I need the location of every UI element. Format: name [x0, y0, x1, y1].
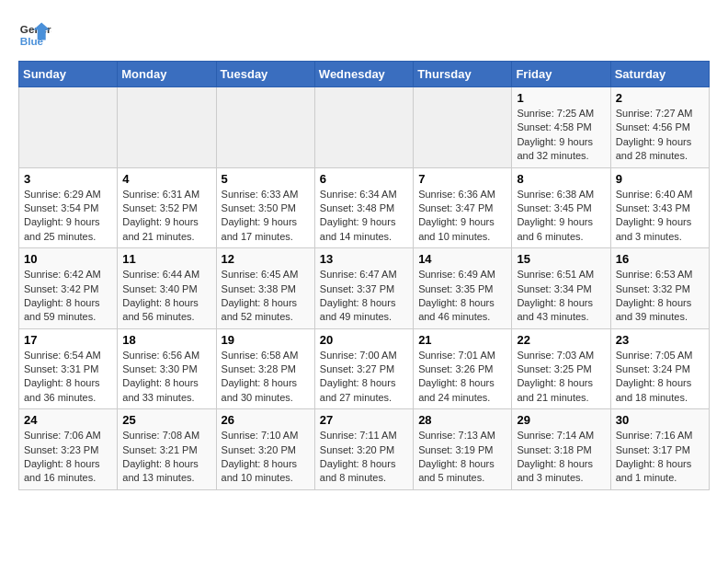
day-info: Sunrise: 6:54 AM Sunset: 3:31 PM Dayligh… [24, 349, 112, 406]
calendar-cell: 8Sunrise: 6:38 AM Sunset: 3:45 PM Daylig… [512, 167, 610, 248]
day-info: Sunrise: 7:01 AM Sunset: 3:26 PM Dayligh… [418, 349, 506, 406]
day-number: 30 [616, 413, 704, 427]
calendar-cell: 29Sunrise: 7:14 AM Sunset: 3:18 PM Dayli… [512, 409, 610, 490]
calendar-cell: 12Sunrise: 6:45 AM Sunset: 3:38 PM Dayli… [216, 248, 314, 329]
calendar-cell: 25Sunrise: 7:08 AM Sunset: 3:21 PM Dayli… [118, 409, 216, 490]
day-info: Sunrise: 6:42 AM Sunset: 3:42 PM Dayligh… [24, 268, 112, 325]
day-info: Sunrise: 7:14 AM Sunset: 3:18 PM Dayligh… [517, 429, 605, 486]
day-number: 3 [24, 172, 112, 186]
calendar-week-3: 10Sunrise: 6:42 AM Sunset: 3:42 PM Dayli… [19, 248, 710, 329]
calendar-cell: 9Sunrise: 6:40 AM Sunset: 3:43 PM Daylig… [610, 167, 709, 248]
day-info: Sunrise: 6:38 AM Sunset: 3:45 PM Dayligh… [517, 188, 605, 245]
day-info: Sunrise: 6:56 AM Sunset: 3:30 PM Dayligh… [122, 349, 210, 406]
day-header-tuesday: Tuesday [216, 62, 314, 87]
day-number: 13 [320, 252, 408, 266]
calendar-cell: 5Sunrise: 6:33 AM Sunset: 3:50 PM Daylig… [216, 167, 314, 248]
header: General Blue [18, 18, 710, 52]
calendar-cell: 7Sunrise: 6:36 AM Sunset: 3:47 PM Daylig… [414, 167, 512, 248]
calendar-cell: 24Sunrise: 7:06 AM Sunset: 3:23 PM Dayli… [19, 409, 118, 490]
day-number: 5 [222, 172, 310, 186]
day-number: 16 [616, 252, 704, 266]
day-info: Sunrise: 6:58 AM Sunset: 3:28 PM Dayligh… [222, 349, 310, 406]
day-number: 12 [222, 252, 310, 266]
day-number: 15 [517, 252, 605, 266]
calendar-week-1: 1Sunrise: 7:25 AM Sunset: 4:58 PM Daylig… [19, 87, 710, 168]
day-number: 28 [418, 413, 506, 427]
day-header-thursday: Thursday [414, 62, 512, 87]
day-info: Sunrise: 6:51 AM Sunset: 3:34 PM Dayligh… [517, 268, 605, 325]
day-info: Sunrise: 7:10 AM Sunset: 3:20 PM Dayligh… [222, 429, 310, 486]
calendar-cell: 2Sunrise: 7:27 AM Sunset: 4:56 PM Daylig… [610, 87, 709, 168]
day-number: 24 [24, 413, 112, 427]
calendar-cell: 30Sunrise: 7:16 AM Sunset: 3:17 PM Dayli… [610, 409, 709, 490]
day-info: Sunrise: 6:36 AM Sunset: 3:47 PM Dayligh… [418, 188, 506, 245]
calendar-cell: 20Sunrise: 7:00 AM Sunset: 3:27 PM Dayli… [314, 328, 413, 409]
day-info: Sunrise: 6:49 AM Sunset: 3:35 PM Dayligh… [418, 268, 506, 325]
day-number: 8 [517, 172, 605, 186]
calendar-cell [216, 87, 314, 168]
day-info: Sunrise: 7:11 AM Sunset: 3:20 PM Dayligh… [320, 429, 408, 486]
calendar-cell: 26Sunrise: 7:10 AM Sunset: 3:20 PM Dayli… [216, 409, 314, 490]
calendar-cell: 15Sunrise: 6:51 AM Sunset: 3:34 PM Dayli… [512, 248, 610, 329]
calendar-cell: 13Sunrise: 6:47 AM Sunset: 3:37 PM Dayli… [314, 248, 413, 329]
day-info: Sunrise: 7:08 AM Sunset: 3:21 PM Dayligh… [122, 429, 210, 486]
calendar-cell: 1Sunrise: 7:25 AM Sunset: 4:58 PM Daylig… [512, 87, 610, 168]
calendar-cell [414, 87, 512, 168]
calendar-cell [314, 87, 413, 168]
day-number: 19 [222, 333, 310, 347]
calendar-cell: 28Sunrise: 7:13 AM Sunset: 3:19 PM Dayli… [414, 409, 512, 490]
calendar-cell: 18Sunrise: 6:56 AM Sunset: 3:30 PM Dayli… [118, 328, 216, 409]
day-number: 29 [517, 413, 605, 427]
day-info: Sunrise: 7:16 AM Sunset: 3:17 PM Dayligh… [616, 429, 704, 486]
calendar-header-row: SundayMondayTuesdayWednesdayThursdayFrid… [19, 62, 710, 87]
day-info: Sunrise: 7:13 AM Sunset: 3:19 PM Dayligh… [418, 429, 506, 486]
logo: General Blue [18, 18, 51, 52]
day-number: 21 [418, 333, 506, 347]
calendar-cell: 23Sunrise: 7:05 AM Sunset: 3:24 PM Dayli… [610, 328, 709, 409]
day-info: Sunrise: 7:06 AM Sunset: 3:23 PM Dayligh… [24, 429, 112, 486]
day-number: 14 [418, 252, 506, 266]
day-header-friday: Friday [512, 62, 610, 87]
day-number: 1 [517, 91, 605, 105]
day-number: 22 [517, 333, 605, 347]
day-info: Sunrise: 7:25 AM Sunset: 4:58 PM Dayligh… [517, 107, 605, 164]
day-info: Sunrise: 6:40 AM Sunset: 3:43 PM Dayligh… [616, 188, 704, 245]
calendar-week-5: 24Sunrise: 7:06 AM Sunset: 3:23 PM Dayli… [19, 409, 710, 490]
day-header-sunday: Sunday [19, 62, 118, 87]
calendar: SundayMondayTuesdayWednesdayThursdayFrid… [18, 61, 710, 490]
day-number: 10 [24, 252, 112, 266]
calendar-cell [19, 87, 118, 168]
day-info: Sunrise: 6:31 AM Sunset: 3:52 PM Dayligh… [122, 188, 210, 245]
calendar-cell: 22Sunrise: 7:03 AM Sunset: 3:25 PM Dayli… [512, 328, 610, 409]
day-info: Sunrise: 7:05 AM Sunset: 3:24 PM Dayligh… [616, 349, 704, 406]
calendar-week-2: 3Sunrise: 6:29 AM Sunset: 3:54 PM Daylig… [19, 167, 710, 248]
day-info: Sunrise: 6:44 AM Sunset: 3:40 PM Dayligh… [122, 268, 210, 325]
day-number: 7 [418, 172, 506, 186]
day-info: Sunrise: 6:33 AM Sunset: 3:50 PM Dayligh… [222, 188, 310, 245]
day-header-saturday: Saturday [610, 62, 709, 87]
day-number: 25 [122, 413, 210, 427]
calendar-cell: 3Sunrise: 6:29 AM Sunset: 3:54 PM Daylig… [19, 167, 118, 248]
day-info: Sunrise: 6:47 AM Sunset: 3:37 PM Dayligh… [320, 268, 408, 325]
day-number: 23 [616, 333, 704, 347]
calendar-cell: 16Sunrise: 6:53 AM Sunset: 3:32 PM Dayli… [610, 248, 709, 329]
calendar-cell: 27Sunrise: 7:11 AM Sunset: 3:20 PM Dayli… [314, 409, 413, 490]
calendar-cell: 6Sunrise: 6:34 AM Sunset: 3:48 PM Daylig… [314, 167, 413, 248]
day-number: 2 [616, 91, 704, 105]
calendar-cell [118, 87, 216, 168]
day-info: Sunrise: 6:29 AM Sunset: 3:54 PM Dayligh… [24, 188, 112, 245]
calendar-cell: 4Sunrise: 6:31 AM Sunset: 3:52 PM Daylig… [118, 167, 216, 248]
day-info: Sunrise: 6:34 AM Sunset: 3:48 PM Dayligh… [320, 188, 408, 245]
day-number: 9 [616, 172, 704, 186]
day-number: 20 [320, 333, 408, 347]
day-number: 4 [122, 172, 210, 186]
day-header-wednesday: Wednesday [314, 62, 413, 87]
day-number: 11 [122, 252, 210, 266]
day-info: Sunrise: 6:53 AM Sunset: 3:32 PM Dayligh… [616, 268, 704, 325]
day-info: Sunrise: 7:27 AM Sunset: 4:56 PM Dayligh… [616, 107, 704, 164]
calendar-cell: 21Sunrise: 7:01 AM Sunset: 3:26 PM Dayli… [414, 328, 512, 409]
day-header-monday: Monday [118, 62, 216, 87]
day-number: 17 [24, 333, 112, 347]
calendar-cell: 17Sunrise: 6:54 AM Sunset: 3:31 PM Dayli… [19, 328, 118, 409]
calendar-cell: 11Sunrise: 6:44 AM Sunset: 3:40 PM Dayli… [118, 248, 216, 329]
